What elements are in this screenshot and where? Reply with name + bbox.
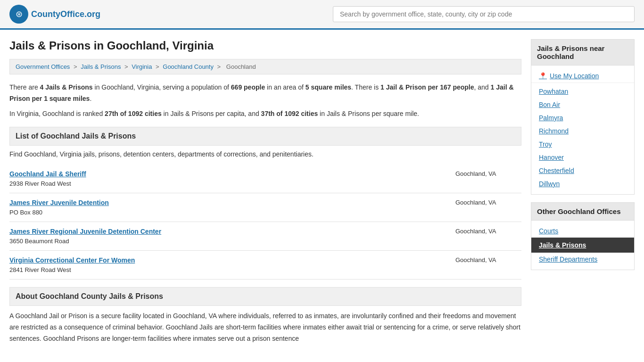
nearby-header: Jails & Prisons near Goochland xyxy=(531,40,634,66)
info-per-pop: 1 Jail & Prison per 167 people xyxy=(380,83,474,91)
nearby-link-4[interactable]: Troy xyxy=(531,138,634,151)
list-section-header: List of Goochland Jails & Prisons xyxy=(9,127,521,146)
jail-item-0: Goochland Jail & Sheriff 2938 River Road… xyxy=(9,165,521,193)
other-link-jails-active[interactable]: Jails & Prisons xyxy=(531,238,634,253)
info-rank1-suffix: in Jails & Prisons per capita, and xyxy=(162,110,261,117)
info-rank2-suffix: in Jails & Prisons per square mile. xyxy=(318,110,419,117)
other-offices-header: Other Goochland Offices xyxy=(531,203,634,221)
info-part5: , and xyxy=(474,83,491,91)
jail-address-3: 2841 River Road West xyxy=(9,266,71,273)
other-link-courts[interactable]: Courts xyxy=(531,224,634,238)
jail-address-1: PO Box 880 xyxy=(9,209,42,216)
jail-address-2: 3650 Beaumont Road xyxy=(9,238,69,245)
search-bar xyxy=(333,6,635,22)
about-section-header: About Goochland County Jails & Prisons xyxy=(9,287,521,306)
info-area: 5 square miles xyxy=(305,83,351,91)
jail-name-1[interactable]: James River Juvenile Detention xyxy=(9,199,446,206)
nearby-link-3[interactable]: Richmond xyxy=(531,124,634,138)
nearby-link-6[interactable]: Chesterfield xyxy=(531,164,634,177)
jail-name-3[interactable]: Virginia Correctional Center For Women xyxy=(9,256,446,264)
jail-location-3: Goochland, VA xyxy=(446,256,521,263)
jail-name-0[interactable]: Goochland Jail & Sheriff xyxy=(9,170,446,178)
jail-info-1: James River Juvenile Detention PO Box 88… xyxy=(9,199,446,216)
content-area: Jails & Prisons in Goochland, Virginia G… xyxy=(9,39,521,345)
jail-info-3: Virginia Correctional Center For Women 2… xyxy=(9,256,446,273)
info-paragraph: There are 4 Jails & Prisons in Goochland… xyxy=(9,82,521,119)
page-title: Jails & Prisons in Goochland, Virginia xyxy=(9,39,521,52)
logo-icon: ⊛ xyxy=(9,5,28,24)
breadcrumb-current: Goochland xyxy=(226,63,256,70)
jail-item-2: James River Regional Juvenile Detention … xyxy=(9,222,521,251)
other-offices-content: Courts Jails & Prisons Sheriff Departmen… xyxy=(531,221,634,270)
info-count: 4 Jails & Prisons xyxy=(40,83,93,91)
logo-suffix: .org xyxy=(84,9,100,19)
main-container: Jails & Prisons in Goochland, Virginia G… xyxy=(0,30,644,354)
use-location-link[interactable]: 📍 Use My Location xyxy=(531,69,634,83)
breadcrumb-sep-1: > xyxy=(74,63,79,70)
nearby-content: 📍 Use My Location Powhatan Bon Air Palmy… xyxy=(531,66,634,194)
other-link-sheriff[interactable]: Sheriff Departments xyxy=(531,253,634,266)
logo-county: CountyOffice xyxy=(31,9,84,19)
nearby-link-1[interactable]: Bon Air xyxy=(531,98,634,111)
breadcrumb-sep-3: > xyxy=(156,63,161,70)
breadcrumb-sep-2: > xyxy=(124,63,130,70)
sidebar: Jails & Prisons near Goochland 📍 Use My … xyxy=(531,39,635,345)
jail-list: Goochland Jail & Sheriff 2938 River Road… xyxy=(9,165,521,280)
nearby-link-7[interactable]: Dillwyn xyxy=(531,177,634,190)
nearby-link-5[interactable]: Hanover xyxy=(531,151,634,164)
jail-item-3: Virginia Correctional Center For Women 2… xyxy=(9,251,521,280)
nearby-box: Jails & Prisons near Goochland 📍 Use My … xyxy=(531,39,635,195)
logo[interactable]: ⊛ CountyOffice.org xyxy=(9,5,100,24)
site-header: ⊛ CountyOffice.org xyxy=(0,0,644,30)
nearby-link-2[interactable]: Palmyra xyxy=(531,111,634,124)
info-part3: in an area of xyxy=(265,83,305,91)
breadcrumb-link-jails[interactable]: Jails & Prisons xyxy=(81,63,121,70)
use-location-label: Use My Location xyxy=(550,72,599,80)
info-part6: . xyxy=(90,95,91,102)
jail-address-0: 2938 River Road West xyxy=(9,180,71,187)
breadcrumb: Government Offices > Jails & Prisons > V… xyxy=(9,59,521,74)
info-rank-intro: In Virginia, Goochland is ranked xyxy=(9,110,105,117)
jail-name-2[interactable]: James River Regional Juvenile Detention … xyxy=(9,228,446,235)
jail-item-1: James River Juvenile Detention PO Box 88… xyxy=(9,193,521,222)
jail-info-0: Goochland Jail & Sheriff 2938 River Road… xyxy=(9,170,446,187)
location-icon: 📍 xyxy=(539,72,547,80)
info-part4: . There is xyxy=(351,83,380,91)
jail-location-1: Goochland, VA xyxy=(446,199,521,206)
other-offices-box: Other Goochland Offices Courts Jails & P… xyxy=(531,202,635,270)
breadcrumb-sep-4: > xyxy=(217,63,223,70)
about-text: A Goochland Jail or Prison is a secure f… xyxy=(9,311,521,344)
logo-text: CountyOffice.org xyxy=(31,9,100,19)
info-rank1: 27th of 1092 cities xyxy=(105,110,162,117)
info-pop: 669 people xyxy=(231,83,265,91)
info-part1: There are xyxy=(9,83,40,91)
info-part2: in Goochland, Virginia, serving a popula… xyxy=(93,83,231,91)
jail-location-2: Goochland, VA xyxy=(446,228,521,235)
nearby-link-0[interactable]: Powhatan xyxy=(531,85,634,98)
search-input[interactable] xyxy=(333,6,635,22)
info-rank2: 37th of 1092 cities xyxy=(261,110,318,117)
jail-location-0: Goochland, VA xyxy=(446,170,521,177)
jail-info-2: James River Regional Juvenile Detention … xyxy=(9,228,446,245)
list-section-desc: Find Goochland, Virginia jails, prisons,… xyxy=(9,150,521,158)
breadcrumb-link-virginia[interactable]: Virginia xyxy=(132,63,152,70)
breadcrumb-link-gov[interactable]: Government Offices xyxy=(16,63,70,70)
breadcrumb-link-county[interactable]: Goochland County xyxy=(163,63,214,70)
